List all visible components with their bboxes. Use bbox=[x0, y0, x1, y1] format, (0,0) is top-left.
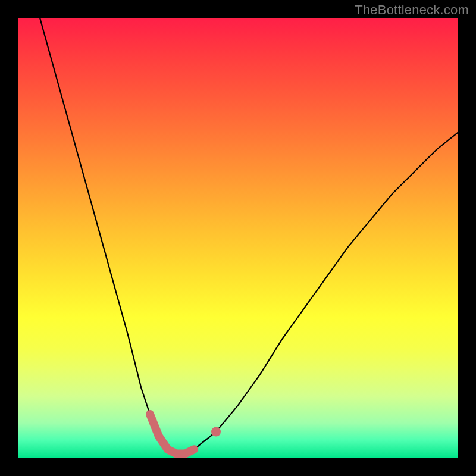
plot-area bbox=[18, 18, 458, 458]
watermark-text: TheBottleneck.com bbox=[355, 2, 469, 18]
optimal-range-marker bbox=[150, 414, 194, 454]
chart-frame: TheBottleneck.com bbox=[0, 0, 476, 476]
curve-svg bbox=[18, 18, 458, 458]
optimal-range-dot bbox=[211, 427, 221, 437]
bottleneck-curve bbox=[40, 18, 458, 454]
